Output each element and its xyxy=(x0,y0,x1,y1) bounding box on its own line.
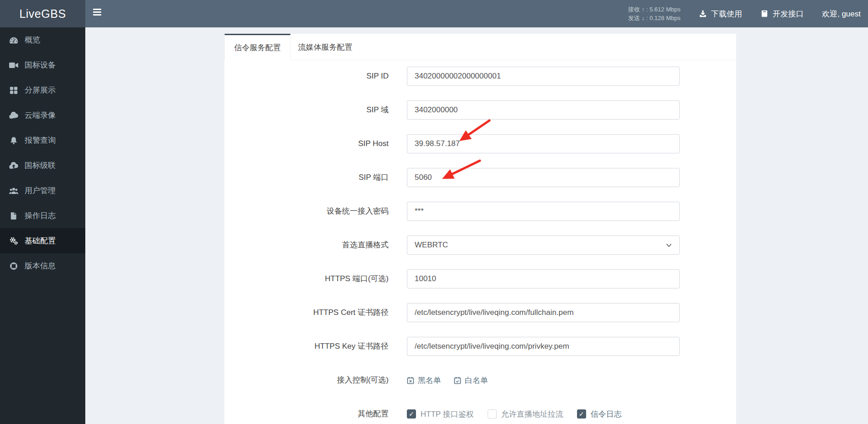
sidebar-item-cloud-record[interactable]: 云端录像 xyxy=(0,103,85,128)
preferred-live-format-label: 首选直播格式 xyxy=(224,236,389,255)
checkbox-checked-icon xyxy=(407,409,416,419)
sip-id-label: SIP ID xyxy=(224,67,389,86)
brand-logo: LiveGBS xyxy=(0,0,85,27)
chevron-down-icon xyxy=(666,243,672,247)
sidebar-toggle-button[interactable] xyxy=(93,9,102,19)
download-nav-item[interactable]: 下载使用 xyxy=(699,9,742,19)
sidebar-item-gb-cascade[interactable]: 国标级联 xyxy=(0,153,85,178)
sidebar-item-basic-config[interactable]: 基础配置 xyxy=(0,228,85,253)
form-row-https-port: HTTPS 端口(可选) xyxy=(224,269,736,288)
video-camera-icon xyxy=(9,62,19,69)
allow-live-pull-checkbox[interactable]: 允许直播地址拉流 xyxy=(488,409,563,419)
access-control-label: 接入控制(可选) xyxy=(224,371,389,390)
hamburger-icon xyxy=(93,9,101,10)
book-icon xyxy=(760,10,769,18)
signal-log-checkbox[interactable]: 信令日志 xyxy=(577,409,622,419)
download-label: 下载使用 xyxy=(711,9,742,19)
form-row-https-cert-path: HTTPS Cert 证书路径 xyxy=(224,303,736,322)
sip-id-input[interactable] xyxy=(407,67,680,86)
ring-icon xyxy=(9,262,19,270)
network-stats: 接收 ↑ : 5.612 Mbps 发送 ↓ : 0.128 Mbps xyxy=(628,5,681,23)
config-card: 信令服务配置 流媒体服务配置 SIP ID SIP 域 SIP Host SIP… xyxy=(224,34,736,424)
selected-option-label: WEBRTC xyxy=(415,241,448,250)
http-api-auth-label: HTTP 接口鉴权 xyxy=(421,409,474,419)
tab-signal-service-config[interactable]: 信令服务配置 xyxy=(224,34,291,60)
cloud-icon xyxy=(9,112,19,119)
sidebar-menu: 概览 国标设备 分屏展示 云端录像 报警查询 国标级联 xyxy=(0,27,85,424)
receive-rate: 接收 ↑ : 5.612 Mbps xyxy=(628,5,681,14)
sidebar-item-overview[interactable]: 概览 xyxy=(0,27,85,52)
users-icon xyxy=(9,187,19,194)
calendar-times-icon xyxy=(407,377,414,384)
tab-media-service-config[interactable]: 流媒体服务配置 xyxy=(291,34,359,60)
sidebar-item-label: 基础配置 xyxy=(25,236,56,246)
form-row-device-access-password: 设备统一接入密码 xyxy=(224,202,736,221)
form-row-access-control: 接入控制(可选) 黑名单 白名单 xyxy=(224,371,736,390)
sip-host-label: SIP Host xyxy=(224,134,389,153)
arrow-up-icon: ↑ xyxy=(642,6,645,13)
https-cert-path-label: HTTPS Cert 证书路径 xyxy=(224,303,389,322)
top-navbar: LiveGBS 接收 ↑ : 5.612 Mbps 发送 ↓ : 0.128 M… xyxy=(0,0,868,27)
dev-api-label: 开发接口 xyxy=(773,9,804,19)
sidebar-item-operation-log[interactable]: 操作日志 xyxy=(0,203,85,228)
grid-icon xyxy=(9,86,19,94)
sip-domain-input[interactable] xyxy=(407,100,680,120)
send-rate: 发送 ↓ : 0.128 Mbps xyxy=(628,14,681,23)
sidebar-item-alarm-query[interactable]: 报警查询 xyxy=(0,128,85,153)
form-row-sip-id: SIP ID xyxy=(224,67,736,86)
sidebar-item-label: 操作日志 xyxy=(25,210,56,221)
sidebar-item-user-management[interactable]: 用户管理 xyxy=(0,178,85,203)
main-content: 信令服务配置 流媒体服务配置 SIP ID SIP 域 SIP Host SIP… xyxy=(85,27,868,424)
whitelist-label: 白名单 xyxy=(465,375,488,386)
form-row-preferred-live-format: 首选直播格式 WEBRTC xyxy=(224,236,736,255)
sip-port-label: SIP 端口 xyxy=(224,168,389,187)
sidebar-item-label: 分屏展示 xyxy=(25,85,56,95)
sip-host-input[interactable] xyxy=(407,134,680,153)
sidebar-item-split-screen[interactable]: 分屏展示 xyxy=(0,78,85,103)
form-row-other-config: 其他配置 HTTP 接口鉴权 允许直播地址拉流 信令日志 xyxy=(224,404,736,424)
tab-header-border xyxy=(291,60,736,60)
download-icon xyxy=(699,10,707,18)
form-row-sip-domain: SIP 域 xyxy=(224,100,736,120)
welcome-user-label: 欢迎, guest xyxy=(822,9,861,19)
sip-port-input[interactable] xyxy=(407,168,680,187)
https-port-input[interactable] xyxy=(407,269,680,288)
form-row-https-key-path: HTTPS Key 证书路径 xyxy=(224,337,736,356)
calendar-check-icon xyxy=(454,377,461,384)
topbar-right-group: 接收 ↑ : 5.612 Mbps 发送 ↓ : 0.128 Mbps 下载使用 xyxy=(628,0,868,27)
sidebar-item-label: 国标设备 xyxy=(25,60,56,70)
http-api-auth-checkbox[interactable]: HTTP 接口鉴权 xyxy=(407,409,474,419)
sidebar-item-version-info[interactable]: 版本信息 xyxy=(0,253,85,278)
device-access-password-input[interactable] xyxy=(407,202,680,221)
blacklist-label: 黑名单 xyxy=(418,375,441,386)
dev-api-nav-item[interactable]: 开发接口 xyxy=(760,9,804,19)
bell-icon xyxy=(9,136,19,145)
sidebar-item-label: 云端录像 xyxy=(25,110,56,120)
sidebar-item-gb-devices[interactable]: 国标设备 xyxy=(0,52,85,78)
arrow-down-icon: ↓ xyxy=(642,15,645,21)
gauge-icon xyxy=(9,36,19,44)
sidebar-item-label: 国标级联 xyxy=(25,160,56,171)
cloud-upload-icon xyxy=(9,162,19,169)
blacklist-link[interactable]: 黑名单 xyxy=(407,375,441,386)
tab-header: 信令服务配置 流媒体服务配置 xyxy=(224,34,736,60)
checkbox-checked-icon xyxy=(577,409,586,419)
whitelist-link[interactable]: 白名单 xyxy=(454,375,488,386)
welcome-user-item[interactable]: 欢迎, guest xyxy=(822,9,861,19)
https-key-path-label: HTTPS Key 证书路径 xyxy=(224,337,389,356)
form-row-sip-host: SIP Host xyxy=(224,134,736,153)
preferred-live-format-select[interactable]: WEBRTC xyxy=(407,236,680,255)
sidebar-item-label: 版本信息 xyxy=(25,261,56,271)
sip-domain-label: SIP 域 xyxy=(224,100,389,120)
sidebar-item-label: 概览 xyxy=(25,35,40,45)
sidebar-item-label: 用户管理 xyxy=(25,185,56,196)
form-row-sip-port: SIP 端口 xyxy=(224,168,736,187)
file-icon xyxy=(9,212,19,220)
https-cert-path-input[interactable] xyxy=(407,303,680,322)
https-port-label: HTTPS 端口(可选) xyxy=(224,269,389,288)
gears-icon xyxy=(9,237,19,245)
checkbox-unchecked-icon xyxy=(488,409,497,419)
allow-live-pull-label: 允许直播地址拉流 xyxy=(501,409,563,419)
other-config-label: 其他配置 xyxy=(224,404,389,424)
https-key-path-input[interactable] xyxy=(407,337,680,356)
